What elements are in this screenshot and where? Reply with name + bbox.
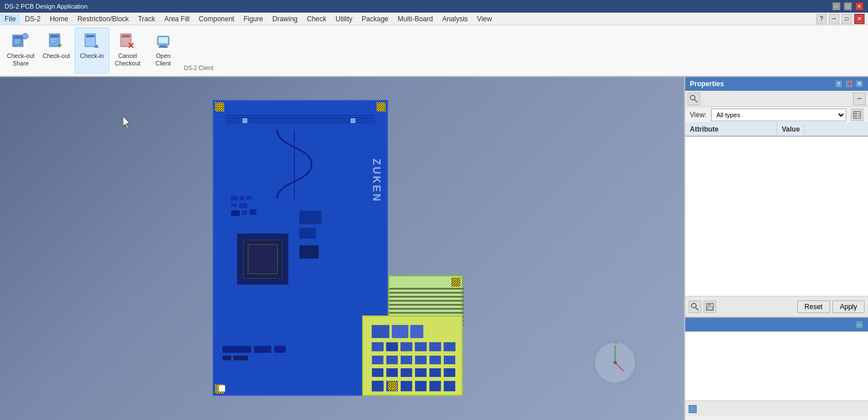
svg-rect-49 [233,356,248,360]
menu-bar: File DS-2 Home Restriction/Block Track A… [0,13,868,25]
menu-file[interactable]: File [0,14,20,24]
view-select[interactable]: All types Component Net Pin [711,109,846,121]
panel-section2-bar: ─ [685,318,868,332]
title-maximize-btn[interactable]: □ [844,2,852,10]
panel-section2-close[interactable]: ─ [855,321,863,329]
svg-rect-78 [444,342,455,351]
menu-track[interactable]: Track [133,14,160,24]
panel-search-btn[interactable] [688,93,700,105]
menu-view[interactable]: View [473,14,497,24]
menu-ds2[interactable]: DS-2 [20,14,45,24]
prop-footer-icon-btn[interactable] [689,300,701,313]
main-area: ZUKEN [0,77,868,420]
reset-button[interactable]: Reset [797,300,830,313]
svg-rect-46 [254,346,271,353]
panel-pin-btn[interactable]: 📌 [845,80,853,88]
svg-rect-22 [160,45,167,47]
svg-rect-95 [429,381,441,391]
menu-utility[interactable]: Utility [331,14,357,24]
menu-check[interactable]: Check [302,14,331,24]
menu-home[interactable]: Home [45,14,73,24]
menu-multi-board[interactable]: Multi-Board [393,14,437,24]
window-help-btn[interactable]: ? [816,14,827,24]
checkout-button[interactable]: Check-out [39,28,74,74]
svg-point-2 [22,33,28,39]
menu-figure[interactable]: Figure [239,14,268,24]
svg-rect-1 [14,36,22,38]
canvas-area[interactable]: ZUKEN [0,77,684,420]
svg-rect-24 [215,102,224,111]
chip-2 [299,228,316,239]
menu-restriction-block[interactable]: Restriction/Block [73,14,133,24]
svg-rect-42 [231,210,240,216]
panel-help-btn[interactable]: ? [835,80,843,88]
svg-rect-91 [372,381,383,391]
svg-marker-106 [123,116,130,129]
checkin-button[interactable]: Check-in [75,28,109,74]
svg-rect-21 [159,37,168,43]
attribute-column-header: Attribute [685,123,777,136]
properties-footer: Reset Apply [685,296,868,317]
pad-1 [243,118,247,123]
checkout-share-button[interactable]: Check-out Share [3,28,38,74]
svg-rect-5 [15,42,20,43]
svg-rect-45 [222,346,251,353]
window-minimize-btn[interactable]: ─ [829,14,839,24]
svg-rect-13 [86,41,91,42]
menu-area-fill[interactable]: Area Fill [160,14,194,24]
menu-drawing[interactable]: Drawing [268,14,302,24]
pcb-yellow-extension [362,315,463,396]
svg-rect-86 [386,368,398,377]
yellow-components [363,317,462,395]
svg-rect-43 [241,210,247,215]
value-column-header: Value [777,123,805,136]
svg-rect-96 [444,381,455,391]
svg-rect-116 [708,303,711,306]
svg-rect-94 [415,381,427,391]
properties-title: Properties [690,80,724,88]
apply-button[interactable]: Apply [832,300,865,313]
svg-rect-117 [707,307,713,310]
svg-rect-47 [274,346,286,353]
menu-component[interactable]: Component [194,14,239,24]
svg-rect-41 [239,203,247,208]
pcb-board: ZUKEN [213,100,466,399]
svg-rect-109 [854,111,861,118]
svg-rect-23 [159,47,168,48]
svg-rect-56 [389,300,464,302]
corner-tr [377,102,386,111]
svg-rect-74 [386,342,398,351]
window-maximize-btn[interactable]: □ [842,14,852,24]
view-icon-btn[interactable] [851,109,863,121]
title-close-btn[interactable]: ✕ [855,2,863,10]
svg-rect-89 [429,368,441,377]
svg-point-107 [690,95,695,100]
title-minimize-btn[interactable]: ─ [832,2,840,10]
panel-section2-footer-btn[interactable] [689,405,697,413]
svg-rect-77 [429,342,441,351]
corner-green-bl [388,382,397,391]
svg-rect-53 [389,288,464,290]
checkout-label: Check-out [43,52,70,60]
checkin-label: Check-in [80,52,103,60]
cancel-checkout-button[interactable]: Cancel Checkout [110,28,145,74]
bottom-traces [220,343,381,366]
pad-2 [351,118,355,123]
panel-close-btn[interactable]: ✕ [855,80,863,88]
open-client-button[interactable]: Open Client [146,28,180,74]
properties-body[interactable] [685,137,868,296]
panel-toolbar: ─ [685,91,868,107]
svg-rect-40 [231,203,237,207]
svg-point-104 [613,361,617,364]
ribbon: Check-out Share Check-out Check-in [0,25,868,77]
mouse-cursor [123,116,132,130]
menu-analysis[interactable]: Analysis [437,14,473,24]
menu-package[interactable]: Package [357,14,393,24]
window-close-btn[interactable]: ✕ [854,14,865,24]
small-components-area [231,193,266,222]
prop-footer-save-btn[interactable] [704,300,716,313]
svg-rect-4 [15,40,21,41]
panel-minus-btn[interactable]: ─ [853,93,866,105]
corner-tl [215,102,224,111]
svg-rect-72 [410,325,423,338]
